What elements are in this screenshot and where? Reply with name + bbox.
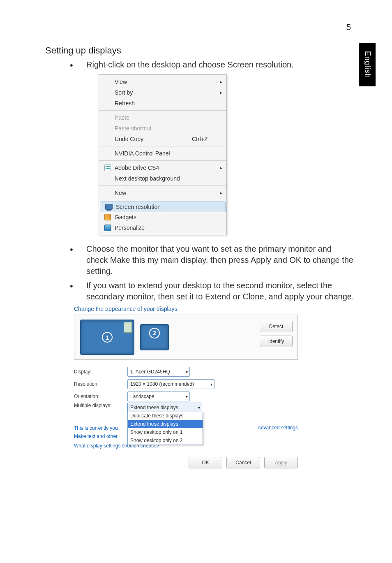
ctx-undo-shortcut: Ctrl+Z [192, 136, 217, 142]
submenu-arrow-icon: ▸ [217, 190, 222, 196]
opt-duplicate[interactable]: Duplicate these displays [128, 412, 203, 420]
display-select[interactable]: 1. Acer GD245HQ ▾ [127, 367, 190, 377]
submenu-arrow-icon: ▸ [217, 79, 222, 85]
multiple-displays-dropdown: Duplicate these displays Extend these di… [127, 412, 203, 445]
ctx-view-label: View [113, 79, 192, 85]
ctx-undo-copy[interactable]: Undo Copy Ctrl+Z [99, 134, 226, 144]
display-select-value: 1. Acer GD245HQ [130, 369, 170, 375]
ctx-paste: Paste [99, 112, 226, 123]
ctx-personalize-label: Personalize [113, 225, 192, 231]
language-tab: English [359, 43, 376, 86]
display-preview: 1 2 Detect Identify [74, 315, 298, 360]
monitor-2-number: 2 [149, 328, 160, 338]
resolution-select-value: 1920 × 1080 (recommended) [130, 381, 194, 387]
adobe-drive-icon [104, 164, 111, 171]
submenu-arrow-icon: ▸ [217, 90, 222, 95]
orientation-label: Orientation: [74, 394, 123, 399]
ok-button[interactable]: OK [189, 457, 222, 468]
ctx-paste-shortcut: Paste shortcut [99, 123, 226, 134]
orientation-select[interactable]: Landscape ▾ [127, 392, 190, 401]
resolution-label: Resolution: [74, 381, 123, 387]
opt-only-2[interactable]: Show desktop only on 2 [128, 436, 203, 445]
ctx-nvidia-label: NVIDIA Control Panel [113, 150, 192, 157]
ctx-personalize[interactable]: Personalize [99, 222, 226, 233]
desktop-context-menu: View ▸ Sort by ▸ Refresh [99, 74, 227, 235]
ctx-sort-label: Sort by [113, 89, 192, 96]
bullet-rightclick: Right-click on the desktop and choose Sc… [70, 59, 355, 70]
orientation-select-value: Landscape [130, 394, 154, 399]
ctx-gadgets-label: Gadgets [113, 214, 192, 220]
dialog-title: Change the appearance of your displays [74, 306, 298, 312]
submenu-arrow-icon: ▸ [217, 165, 222, 171]
gadgets-icon [104, 214, 111, 220]
ctx-nvidia[interactable]: NVIDIA Control Panel [99, 148, 226, 159]
multiple-displays-select[interactable]: Extend these displays ▾ Duplicate these … [127, 403, 202, 412]
ctx-refresh[interactable]: Refresh [99, 98, 226, 109]
opt-extend[interactable]: Extend these displays [128, 420, 203, 428]
monitor-1-number: 1 [102, 332, 113, 343]
dropdown-caret-icon: ▾ [186, 394, 188, 399]
monitor-1[interactable]: 1 [80, 320, 134, 355]
bullet-primary-monitor: Choose the monitor that you want to set … [70, 243, 355, 277]
multiple-displays-label: Multiple displays: [74, 403, 123, 408]
ctx-screenres-label: Screen resolution [114, 204, 191, 210]
ctx-adobe-drive[interactable]: Adobe Drive CS4 ▸ [99, 162, 226, 173]
ctx-undo-label: Undo Copy [113, 136, 192, 142]
multiple-displays-value: Extend these displays [130, 405, 178, 410]
display-label: Display: [74, 369, 123, 375]
ctx-paste-shortcut-label: Paste shortcut [113, 125, 192, 132]
ctx-adobe-label: Adobe Drive CS4 [113, 164, 192, 171]
monitor-2[interactable]: 2 [140, 324, 169, 350]
bullet-extend-desktop: If you want to extend your desktop to th… [70, 280, 355, 302]
cancel-button[interactable]: Cancel [226, 457, 260, 468]
ctx-next-background[interactable]: Next desktop background [99, 173, 226, 184]
ctx-gadgets[interactable]: Gadgets [99, 212, 226, 222]
ctx-refresh-label: Refresh [113, 100, 192, 107]
dropdown-caret-icon: ▾ [186, 370, 188, 374]
currently-text: This is currently you [74, 425, 118, 431]
ctx-view[interactable]: View ▸ [99, 76, 226, 87]
dropdown-caret-icon: ▾ [210, 382, 212, 387]
ctx-new-label: New [113, 190, 192, 196]
identify-button[interactable]: Identify [260, 336, 293, 347]
ctx-sort-by[interactable]: Sort by ▸ [99, 87, 226, 98]
opt-only-1[interactable]: Show desktop only on 1 [128, 428, 203, 436]
make-text-link[interactable]: Make text and other [74, 433, 118, 439]
ctx-screen-resolution[interactable]: Screen resolution [100, 202, 226, 212]
advanced-settings-link[interactable]: Advanced settings [258, 425, 298, 431]
apply-button[interactable]: Apply [264, 457, 298, 468]
section-heading: Setting up displays [45, 45, 355, 56]
ctx-paste-label: Paste [113, 114, 192, 121]
dropdown-caret-icon: ▾ [198, 405, 200, 410]
ctx-new[interactable]: New ▸ [99, 188, 226, 198]
monitor-icon [105, 204, 113, 210]
ctx-nextbg-label: Next desktop background [113, 175, 192, 182]
personalize-icon [104, 225, 111, 231]
detect-button[interactable]: Detect [260, 321, 293, 332]
screen-resolution-dialog: Change the appearance of your displays 1… [74, 306, 298, 468]
resolution-select[interactable]: 1920 × 1080 (recommended) ▾ [127, 379, 214, 389]
page-number: 5 [346, 23, 351, 32]
